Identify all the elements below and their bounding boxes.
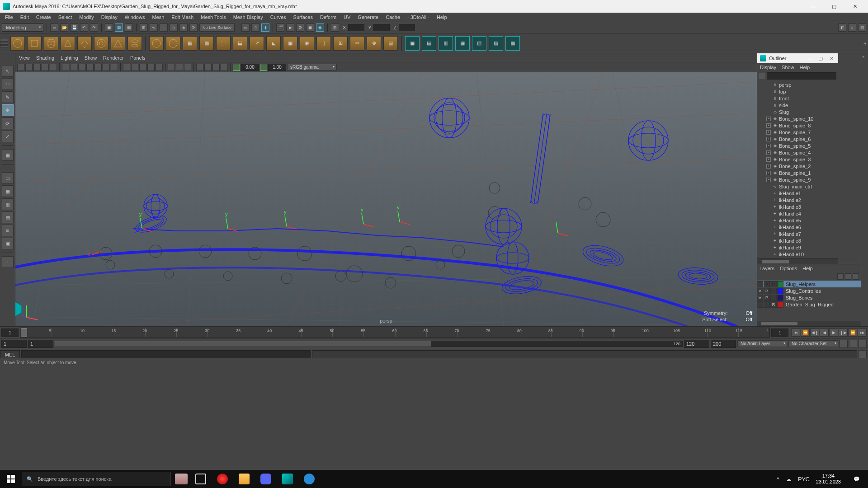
vp-textured-icon[interactable] xyxy=(139,64,146,71)
menu-create[interactable]: Create xyxy=(33,14,54,21)
outliner-titlebar[interactable]: Outliner — ▢ ✕ xyxy=(757,53,838,63)
layer-vis-toggle[interactable] xyxy=(757,281,763,287)
close-button[interactable]: ✕ xyxy=(844,0,865,13)
vp-menu-renderer[interactable]: Renderer xyxy=(103,55,124,61)
shelf-disc-icon[interactable] xyxy=(149,36,164,51)
vp-ao-icon[interactable] xyxy=(196,64,203,71)
outliner-minimize-icon[interactable]: — xyxy=(806,56,814,61)
layer-playback-toggle[interactable] xyxy=(764,301,770,308)
menu-curves[interactable]: Curves xyxy=(267,14,289,21)
vp-film-gate-icon[interactable] xyxy=(70,64,77,71)
vp-exposure-value[interactable]: 0.00 xyxy=(241,64,259,71)
shelf-mirror-icon[interactable]: ▯ xyxy=(316,36,331,51)
outliner-item[interactable]: ikHandle9 xyxy=(757,244,838,251)
vp-select-cam-icon[interactable] xyxy=(17,64,24,71)
hypershade-icon[interactable]: ◉ xyxy=(316,23,324,32)
layer-row[interactable]: VPSlug_Controlles xyxy=(757,287,861,294)
step-fwd-key-icon[interactable]: ⏩ xyxy=(848,328,857,337)
cortana-avatar-icon[interactable] xyxy=(173,472,190,486)
shelf-cylinder-icon[interactable] xyxy=(44,36,58,51)
vp-grid-icon[interactable] xyxy=(62,64,69,71)
menu-help[interactable]: Help xyxy=(434,14,450,21)
layer-vis-toggle[interactable]: V xyxy=(757,288,763,294)
outliner-tree[interactable]: persptopfrontsideSlug+Bone_spine_10+Bone… xyxy=(757,80,838,258)
vp-gate-mask-icon[interactable] xyxy=(86,64,94,71)
taskbar-explorer-icon[interactable] xyxy=(233,470,255,488)
range-in-field[interactable]: 1 xyxy=(28,340,53,348)
taskbar-search[interactable]: 🔍 Введите здесь текст для поиска xyxy=(22,472,171,486)
layer-row[interactable]: PRSlug_Helpers xyxy=(757,281,861,287)
vp-2d-pan-icon[interactable] xyxy=(42,64,49,71)
shelf-plane-icon[interactable] xyxy=(77,36,92,51)
layer-playback-toggle[interactable]: P xyxy=(764,295,770,301)
undo-icon[interactable]: ↶ xyxy=(80,23,88,32)
select-hier-icon[interactable]: ▦ xyxy=(115,23,123,32)
shelf-custom-6-icon[interactable]: ▨ xyxy=(489,36,503,51)
menu-edit-mesh[interactable]: Edit Mesh xyxy=(168,14,197,21)
time-cursor[interactable] xyxy=(21,328,27,337)
vp-menu-panels[interactable]: Panels xyxy=(130,55,146,61)
rotate-tool-icon[interactable]: ⟳ xyxy=(2,117,14,129)
layers-move-down-icon[interactable] xyxy=(845,273,851,280)
outliner-item[interactable]: Slug xyxy=(757,108,838,115)
shelf-separate-icon[interactable]: ⬓ xyxy=(233,36,247,51)
menu-windows[interactable]: Windows xyxy=(122,14,148,21)
vp-gamma-icon[interactable] xyxy=(260,64,267,71)
vp-isolate-icon[interactable] xyxy=(168,64,175,71)
shelf-custom-2-icon[interactable]: ▤ xyxy=(422,36,436,51)
menu-cache[interactable]: Cache xyxy=(382,14,403,21)
outliner-item[interactable]: +Bone_spine_3 xyxy=(757,156,838,163)
layer-playback-toggle[interactable]: P xyxy=(764,288,770,294)
menu-surfaces[interactable]: Surfaces xyxy=(290,14,316,21)
layers-list[interactable]: PRSlug_HelpersVPSlug_ControllesVPSlug_Bo… xyxy=(757,281,861,321)
menu-generate[interactable]: Generate xyxy=(354,14,382,21)
maximize-button[interactable]: ▢ xyxy=(824,0,844,13)
outliner-item[interactable]: ikHandle5 xyxy=(757,217,838,224)
redo-icon[interactable]: ↷ xyxy=(90,23,98,32)
scale-tool-icon[interactable]: ⤢ xyxy=(2,131,14,142)
outliner-item[interactable]: +Bone_spine_9 xyxy=(757,176,838,183)
outliner-item[interactable]: +Bone_spine_2 xyxy=(757,163,838,169)
layers-menu-help[interactable]: Help xyxy=(802,266,813,271)
outliner-menu-display[interactable]: Display xyxy=(760,65,776,70)
layer-color-swatch[interactable] xyxy=(777,288,783,294)
vp-lights-icon[interactable] xyxy=(147,64,155,71)
outliner-item[interactable]: Slug_main_ctrl xyxy=(757,183,838,190)
vp-xray-icon[interactable] xyxy=(176,64,183,71)
shelf-custom-7-icon[interactable]: ▩ xyxy=(505,36,520,51)
vp-exposure-icon[interactable] xyxy=(233,64,240,71)
select-tool-icon[interactable]: ↖ xyxy=(2,65,14,77)
outliner-item[interactable]: ikHandle6 xyxy=(757,224,838,230)
shelf-custom-1-icon[interactable]: ▣ xyxy=(405,36,420,51)
outliner-item[interactable]: ikHandle3 xyxy=(757,203,838,210)
coord-x-input[interactable] xyxy=(348,24,364,31)
layer-ref-toggle[interactable]: R xyxy=(770,301,777,308)
output-icon[interactable]: ▮ xyxy=(261,23,269,32)
outliner-item[interactable]: ikHandle1 xyxy=(757,190,838,197)
step-back-key-icon[interactable]: ⏪ xyxy=(801,328,810,337)
vp-menu-lighting[interactable]: Lighting xyxy=(61,55,78,61)
outliner-item[interactable]: +Bone_spine_5 xyxy=(757,142,838,149)
render-settings-icon[interactable]: ⚙ xyxy=(296,23,304,32)
layer-vis-toggle[interactable] xyxy=(757,301,763,308)
shelf-custom-4-icon[interactable]: ▦ xyxy=(455,36,470,51)
snap-view-icon[interactable]: ⟳ xyxy=(189,23,198,32)
lasso-tool-icon[interactable]: ◠ xyxy=(2,78,14,90)
layers-new-icon[interactable] xyxy=(853,273,859,280)
outliner-item[interactable]: ikHandle10 xyxy=(757,251,838,258)
shelf-torus-icon[interactable] xyxy=(94,36,108,51)
outliner-item[interactable]: ikHandle2 xyxy=(757,197,838,203)
shelf-platonic-icon[interactable] xyxy=(166,36,180,51)
shelf-combine-icon[interactable]: ⬚ xyxy=(216,36,231,51)
layer-color-swatch[interactable] xyxy=(777,301,783,308)
set-key-icon[interactable] xyxy=(849,340,857,348)
last-tool-icon[interactable]: ▦ xyxy=(2,149,14,161)
outliner-item[interactable]: side xyxy=(757,102,838,108)
save-scene-icon[interactable]: 💾 xyxy=(70,23,78,32)
layer-color-swatch[interactable] xyxy=(777,295,783,301)
outliner-item[interactable]: +Bone_spine_4 xyxy=(757,149,838,156)
task-view-icon[interactable] xyxy=(190,470,212,488)
shelf-sphere-icon[interactable] xyxy=(10,36,25,51)
menu-set-selector[interactable]: Modeling xyxy=(2,23,43,32)
snap-live-icon[interactable]: ◈ xyxy=(179,23,188,32)
